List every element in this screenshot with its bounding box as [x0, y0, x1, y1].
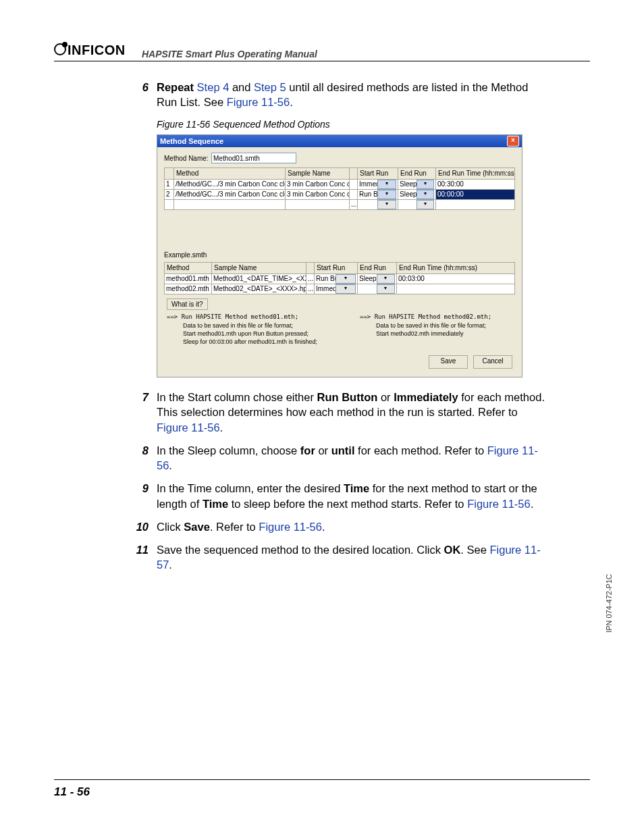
link-step4[interactable]: Step 4 — [197, 81, 230, 93]
sample-browse-button[interactable]: ... — [350, 199, 358, 209]
content-area: 6 Repeat Step 4 and Step 5 until all des… — [128, 80, 547, 581]
close-icon[interactable]: × — [507, 136, 519, 147]
step-number: 8 — [128, 443, 157, 473]
dialog-method-sequence: Method Sequence × Method Name: Method — [157, 134, 522, 377]
sample-browse-button[interactable]: ... — [306, 273, 315, 284]
step-text: In the Start column chose either Run But… — [157, 390, 547, 435]
end-run-cell[interactable]: Sleep until▾ — [398, 189, 436, 199]
what-is-it-button[interactable]: What is it? — [167, 298, 208, 311]
brand-text: INFICON — [68, 43, 126, 57]
dialog-footer: Save Cancel — [157, 355, 512, 369]
link-fig-11-56[interactable]: Figure 11-56 — [157, 421, 220, 434]
step-number: 9 — [128, 481, 157, 511]
brand-logo: INFICON — [54, 43, 126, 58]
end-time-cell[interactable]: 00:30:00 — [436, 179, 515, 189]
method-name-input[interactable] — [211, 153, 296, 163]
chevron-down-icon[interactable]: ▾ — [417, 190, 435, 199]
example-grid: Method Sample Name Start Run End Run End… — [164, 262, 515, 294]
example-grid-row: method02.mth Method02_<DATE>_<XXX>.hps .… — [165, 284, 515, 294]
step-text: In the Time column, enter the desired Ti… — [157, 481, 547, 511]
step-11: 11 Save the sequenced method to the desi… — [128, 542, 547, 573]
start-run-cell[interactable]: Immediately▾ — [358, 179, 398, 189]
end-run-cell[interactable]: Sleep for▾ — [398, 179, 436, 189]
top-grid-row: 2 /Method/GC.../3 min Carbon Conc cleano… — [165, 189, 515, 199]
link-fig-11-56[interactable]: Figure 11-56 — [259, 521, 322, 533]
sample-browse-button[interactable]: ... — [306, 284, 315, 294]
step-text: In the Sleep column, choose for or until… — [157, 443, 547, 473]
cancel-button[interactable]: Cancel — [473, 355, 512, 369]
step-number: 6 — [128, 80, 157, 110]
explain-left: ==> Run HAPSITE Method method01.mth; Dat… — [167, 313, 319, 346]
chevron-down-icon[interactable]: ▾ — [417, 200, 435, 209]
link-step5[interactable]: Step 5 — [254, 81, 286, 93]
end-time-cell[interactable]: 00:00:00 — [436, 189, 515, 199]
logo-icon — [54, 43, 66, 55]
step-text: Save the sequenced method to the desired… — [157, 542, 547, 573]
step-number: 7 — [128, 390, 157, 435]
step-text: Repeat Step 4 and Step 5 until all desir… — [157, 80, 547, 110]
explain-right: ==> Run HAPSITE Method method02.mth; Dat… — [360, 313, 512, 346]
chevron-down-icon: ▾ — [336, 274, 356, 284]
page-number: 11 - 56 — [54, 785, 90, 799]
top-grid-row: 1 /Method/GC.../3 min Carbon Conc cleano… — [165, 179, 515, 189]
step-number: 10 — [128, 519, 157, 534]
start-run-cell[interactable]: Run Button▾ — [358, 189, 398, 199]
chevron-down-icon: ▾ — [377, 274, 396, 284]
chevron-down-icon: ▾ — [336, 284, 356, 294]
step-7: 7 In the Start column chose either Run B… — [128, 390, 547, 435]
step-9: 9 In the Time column, enter the desired … — [128, 481, 547, 511]
page-header: INFICON HAPSITE Smart Plus Operating Man… — [54, 39, 590, 61]
step-text: Click Save. Refer to Figure 11-56. — [157, 519, 547, 534]
chevron-down-icon[interactable]: ▾ — [377, 180, 397, 189]
method-name-row: Method Name: — [164, 153, 515, 163]
link-fig-11-56[interactable]: Figure 11-56 — [467, 498, 531, 510]
chevron-down-icon[interactable]: ▾ — [417, 180, 435, 189]
example-grid-header: Method Sample Name Start Run End Run End… — [165, 263, 515, 274]
top-grid: Method Sample Name Start Run End Run End… — [164, 167, 515, 210]
chevron-down-icon: ▾ — [377, 284, 396, 294]
manual-title: HAPSITE Smart Plus Operating Manual — [142, 49, 590, 59]
ipn-code: IPN 074-472-P1C — [605, 574, 613, 633]
explanation-area: ==> Run HAPSITE Method method01.mth; Dat… — [167, 313, 512, 346]
step-6: 6 Repeat Step 4 and Step 5 until all des… — [128, 80, 547, 110]
dialog-titlebar: Method Sequence × — [157, 135, 522, 147]
step-8: 8 In the Sleep column, choose for or unt… — [128, 443, 547, 473]
chevron-down-icon[interactable]: ▾ — [377, 200, 397, 209]
chevron-down-icon[interactable]: ▾ — [377, 190, 397, 199]
footer-rule — [54, 779, 590, 780]
method-name-label: Method Name: — [164, 154, 211, 163]
figure-caption: Figure 11-56 Sequenced Method Options — [157, 118, 547, 131]
example-grid-row: method01.mth Method01_<DATE_TIME>_<XXX>.… — [165, 273, 515, 284]
save-button[interactable]: Save — [429, 355, 468, 369]
top-grid-header: Method Sample Name Start Run End Run End… — [165, 168, 515, 180]
step-10: 10 Click Save. Refer to Figure 11-56. — [128, 519, 547, 534]
step-number: 11 — [128, 542, 157, 573]
link-fig-11-56[interactable]: Figure 11-56 — [227, 96, 290, 108]
example-label: Example.smth — [164, 251, 522, 260]
top-grid-row-blank: ... ▾ ▾ — [165, 199, 515, 209]
dialog-title: Method Sequence — [160, 136, 507, 147]
